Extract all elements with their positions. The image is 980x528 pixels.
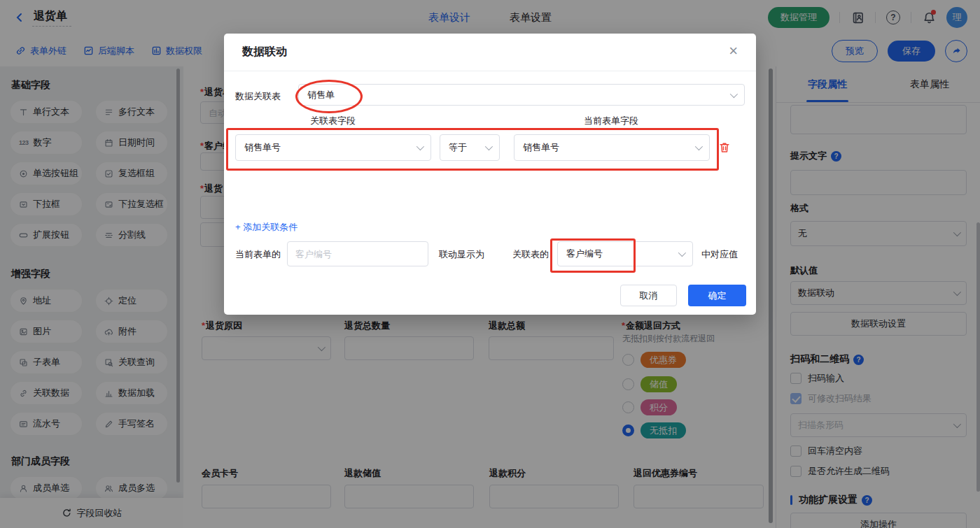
chevron-down-icon (730, 90, 738, 97)
chevron-down-icon (695, 143, 703, 150)
rel-field-select[interactable]: 客户编号 (557, 241, 693, 266)
chevron-down-icon (485, 143, 493, 150)
condition-right-select[interactable]: 销售单号 (514, 134, 710, 161)
linkage-suffix-label: 中对应值 (701, 248, 738, 261)
modal-header: 数据联动 × (224, 34, 756, 71)
delete-condition-icon[interactable] (718, 141, 731, 154)
relation-table-select[interactable]: 销售单 (298, 84, 745, 106)
linkage-middle-label: 联动显示为 (439, 248, 484, 261)
data-linkage-modal: 数据联动 × 数据关联表 销售单 关联表字段 当前表单字段 销售单号 等于 销售… (224, 34, 756, 315)
app-window: 退货单 表单设计 表单设置 数据管理 ? 理 表单外链 后端脚本 (0, 0, 980, 528)
confirm-button[interactable]: 确定 (688, 285, 746, 306)
chevron-down-icon (678, 249, 686, 257)
linkage-prefix-label: 当前表单的 (235, 248, 281, 261)
condition-left-select[interactable]: 销售单号 (235, 134, 431, 161)
cancel-button[interactable]: 取消 (620, 285, 677, 306)
linkage-rel-prefix-label: 关联表的 (512, 248, 549, 261)
add-condition-link[interactable]: + 添加关联条件 (235, 221, 298, 234)
column-header-right: 当前表单字段 (584, 115, 638, 127)
condition-operator-select[interactable]: 等于 (440, 134, 500, 161)
current-field-input[interactable] (287, 241, 428, 266)
modal-title: 数据联动 (242, 45, 287, 59)
column-header-left: 关联表字段 (310, 115, 356, 127)
current-field-input-el[interactable] (288, 242, 428, 266)
relation-table-label: 数据关联表 (235, 90, 281, 103)
chevron-down-icon (416, 143, 424, 150)
close-icon[interactable]: × (729, 43, 738, 59)
